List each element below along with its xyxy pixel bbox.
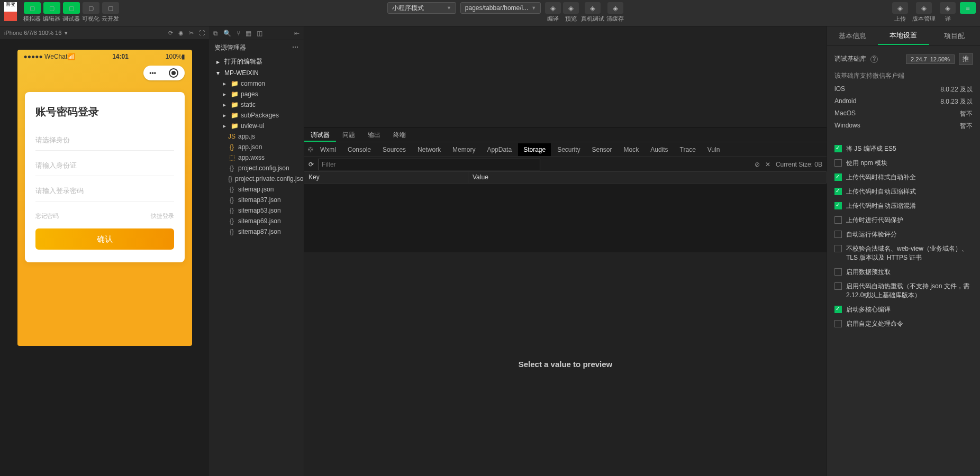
tree-folder[interactable]: ▸📁uview-ui <box>209 121 304 131</box>
debugger-tab-终端[interactable]: 终端 <box>387 127 412 142</box>
platform-row: MacOS暂不 <box>834 108 973 120</box>
branch-icon[interactable]: ⑂ <box>237 30 240 37</box>
devtools-tab-Memory[interactable]: Memory <box>447 143 480 156</box>
devtools-tab-Wxml[interactable]: Wxml <box>315 143 341 156</box>
submit-button[interactable]: 确认 <box>35 228 174 250</box>
setting-checkbox-row[interactable]: 使用 npm 模块 <box>834 156 973 170</box>
devtools-tab-Network[interactable]: Network <box>412 143 446 156</box>
toolbar-详-button[interactable]: ◈ 详 <box>940 2 956 23</box>
setting-checkbox-row[interactable]: 上传代码时自动压缩混淆 <box>834 199 973 213</box>
toolbar-清缓存-button[interactable]: ◈ 清缓存 <box>606 2 624 23</box>
quick-login-link[interactable]: 快捷登录 <box>151 212 174 220</box>
file-explorer: ⧉ 🔍 ⑂ ▦ ◫ ⇤ 资源管理器⋯ ▸打开的编辑器▾MP-WEIXIN▸📁co… <box>209 26 304 476</box>
setting-checkbox-row[interactable]: 启用代码自动热重载（不支持 json 文件，需 2.12.0或以上基础库版本） <box>834 279 973 303</box>
key-header[interactable]: Key <box>304 172 468 183</box>
setting-checkbox-row[interactable]: 上传代码时样式自动补全 <box>834 170 973 185</box>
tree-folder[interactable]: ▸📁pages <box>209 89 304 99</box>
toolbar-编译-button[interactable]: ◈ 编译 <box>545 2 561 23</box>
mode-dropdown[interactable]: 小程序模式▼ <box>387 2 456 14</box>
devtools-tab-Security[interactable]: Security <box>552 143 585 156</box>
menu-button[interactable]: ≡ <box>960 2 976 14</box>
identity-input[interactable] <box>35 130 174 151</box>
tree-file[interactable]: {}sitemap69.json <box>209 216 304 226</box>
close-icon[interactable]: ✕ <box>765 161 770 168</box>
toolbar-模拟器-button[interactable]: ▢ 模拟器 <box>23 2 41 23</box>
record-icon[interactable]: ◉ <box>178 30 184 36</box>
debugger-tabs: 调试器问题输出终端 <box>304 127 827 142</box>
setting-checkbox-row[interactable]: 将 JS 编译成 ES5 <box>834 142 973 156</box>
setting-checkbox-row[interactable]: 不校验合法域名、web-view（业务域名）、TLS 版本以及 HTTPS 证书 <box>834 242 973 265</box>
tree-file[interactable]: ⬚app.wxss <box>209 152 304 163</box>
device-selector[interactable]: iPhone 6/7/8 100% 16 <box>4 30 61 36</box>
checkbox-icon <box>834 202 842 209</box>
tree-file[interactable]: {}project.config.json <box>209 163 304 173</box>
toolbar-编辑器-button[interactable]: ▢ 编辑器 <box>43 2 60 23</box>
expand-icon[interactable]: ⛶ <box>199 30 205 36</box>
toolbar-调试器-button[interactable]: ▢ 调试器 <box>62 2 80 23</box>
tree-file[interactable]: {}sitemap.json <box>209 184 304 195</box>
tree-file[interactable]: {}sitemap37.json <box>209 195 304 205</box>
setting-checkbox-row[interactable]: 自动运行体验评分 <box>834 227 973 242</box>
tree-file[interactable]: JSapp.js <box>209 131 304 142</box>
devtools-tab-Vuln[interactable]: Vuln <box>702 143 725 156</box>
toolbar-可视化-button[interactable]: ▢ 可视化 <box>82 2 99 23</box>
capsule-button[interactable]: ••• <box>143 66 185 80</box>
storage-filter-input[interactable] <box>318 159 540 170</box>
more-icon[interactable]: ⋯ <box>292 43 298 52</box>
tree-folder[interactable]: ▸📁subPackages <box>209 110 304 121</box>
devtools-tab-Sources[interactable]: Sources <box>377 143 411 156</box>
devtools-tab-Mock[interactable]: Mock <box>619 143 645 156</box>
debugger-tab-问题[interactable]: 问题 <box>336 127 361 142</box>
setting-checkbox-row[interactable]: 启用数据预拉取 <box>834 265 973 279</box>
help-icon[interactable]: ? <box>870 56 878 63</box>
value-header[interactable]: Value <box>468 172 827 183</box>
tree-file[interactable]: {}app.json <box>209 142 304 152</box>
rotate-icon[interactable]: ⟳ <box>168 30 173 36</box>
setting-checkbox-row[interactable]: 启用自定义处理命令 <box>834 317 973 331</box>
password-input[interactable] <box>35 180 174 202</box>
checkbox-icon <box>834 306 842 313</box>
push-button[interactable]: 推 <box>959 53 973 65</box>
tree-folder[interactable]: ▸📁static <box>209 99 304 110</box>
devtools-tab-Console[interactable]: Console <box>342 143 376 156</box>
devtools-tab-Storage[interactable]: Storage <box>518 143 551 156</box>
path-dropdown[interactable]: pages/tabbar/home/i...▼ <box>460 2 541 14</box>
toolbar-预览-button[interactable]: ◈ 预览 <box>563 2 579 23</box>
idcard-input[interactable] <box>35 155 174 176</box>
settings-tab-本地设置[interactable]: 本地设置 <box>878 26 929 45</box>
inspect-icon[interactable]: ⯐ <box>307 146 314 153</box>
cut-icon[interactable]: ✂ <box>189 30 194 36</box>
tree-file[interactable]: {}sitemap53.json <box>209 205 304 216</box>
storage-table-body[interactable] <box>304 184 827 252</box>
refresh-icon[interactable]: ⟳ <box>308 161 314 168</box>
setting-checkbox-row[interactable]: 上传时进行代码保护 <box>834 213 973 227</box>
debugger-tab-调试器[interactable]: 调试器 <box>304 127 336 142</box>
devtools-tab-AppData[interactable]: AppData <box>482 143 517 156</box>
setting-checkbox-row[interactable]: 上传代码时自动压缩样式 <box>834 185 973 199</box>
tree-file[interactable]: {}project.private.config.json <box>209 173 304 184</box>
toolbar-云开发-button[interactable]: ▢ 云开发 <box>102 2 119 23</box>
tree-section[interactable]: ▾MP-WEIXIN <box>209 68 304 78</box>
devtools-tab-Audits[interactable]: Audits <box>645 143 673 156</box>
tree-folder[interactable]: ▸📁common <box>209 78 304 89</box>
devtools-tab-Trace[interactable]: Trace <box>675 143 701 156</box>
setting-checkbox-row[interactable]: 启动多核心编译 <box>834 303 973 317</box>
settings-tab-基本信息[interactable]: 基本信息 <box>827 26 878 45</box>
grid-icon[interactable]: ▦ <box>246 30 251 37</box>
search-icon[interactable]: 🔍 <box>223 30 231 37</box>
forgot-password-link[interactable]: 忘记密码 <box>35 212 59 220</box>
block-icon[interactable]: ⊘ <box>755 161 760 168</box>
devtools-tab-Sensor[interactable]: Sensor <box>587 143 618 156</box>
files-icon[interactable]: ⧉ <box>213 30 218 37</box>
layout-icon[interactable]: ◫ <box>257 30 262 37</box>
debugger-tab-输出[interactable]: 输出 <box>361 127 387 142</box>
tree-section[interactable]: ▸打开的编辑器 <box>209 56 304 68</box>
collapse-icon[interactable]: ⇤ <box>294 30 300 37</box>
debug-lib-version-selector[interactable]: 2.24.712.50% <box>906 54 955 64</box>
settings-tab-项目配[interactable]: 项目配 <box>929 26 980 45</box>
tree-file[interactable]: {}sitemap87.json <box>209 226 304 237</box>
toolbar-上传-button[interactable]: ◈ 上传 <box>892 2 908 23</box>
toolbar-版本管理-button[interactable]: ◈ 版本管理 <box>912 2 936 23</box>
toolbar-真机调试-button[interactable]: ◈ 真机调试 <box>581 2 604 23</box>
code-editor[interactable] <box>304 26 827 127</box>
